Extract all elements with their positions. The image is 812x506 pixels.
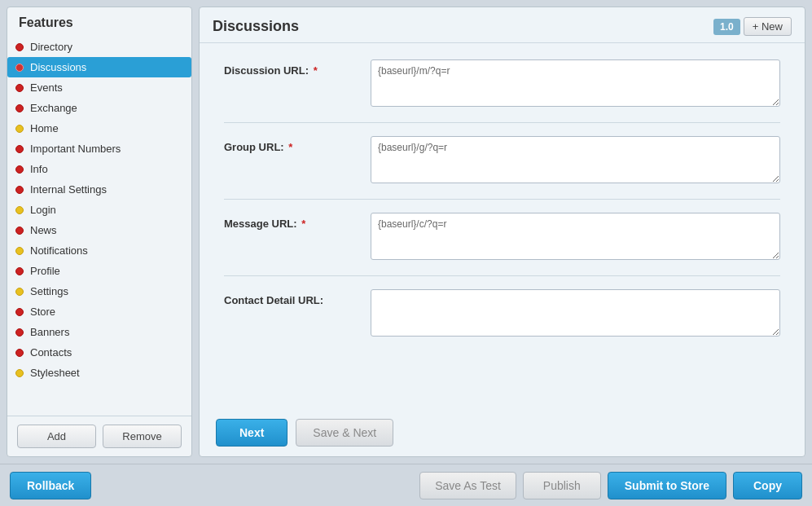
sidebar-item-banners[interactable]: Banners (7, 322, 191, 342)
sidebar-item-label: Home (30, 122, 59, 134)
status-dot (15, 288, 24, 296)
sidebar-item-discussions[interactable]: Discussions (7, 57, 191, 77)
status-dot (15, 206, 24, 214)
sidebar-item-notifications[interactable]: Notifications (7, 240, 191, 261)
sidebar-item-news[interactable]: News (7, 220, 191, 240)
status-dot (15, 125, 24, 133)
sidebar-item-stylesheet[interactable]: Stylesheet (7, 363, 191, 383)
sidebar-item-info[interactable]: Info (7, 159, 191, 179)
status-dot (15, 84, 24, 92)
sidebar-item-label: Events (30, 81, 63, 94)
sidebar-item-events[interactable]: Events (7, 77, 191, 98)
sidebar-item-label: Discussions (30, 61, 86, 73)
form-field (371, 59, 780, 109)
required-indicator: * (299, 218, 306, 230)
sidebar-item-profile[interactable]: Profile (7, 261, 191, 281)
next-button[interactable]: Next (216, 419, 287, 447)
remove-button[interactable]: Remove (103, 425, 182, 448)
sidebar-item-home[interactable]: Home (7, 118, 191, 139)
status-dot (15, 349, 24, 357)
add-button[interactable]: Add (17, 425, 96, 448)
url-input-2[interactable] (371, 213, 780, 260)
form-label: Message URL: * (224, 213, 371, 230)
status-dot (15, 328, 24, 337)
form-label: Contact Detail URL: (224, 289, 371, 306)
form-row: Group URL: * (224, 136, 780, 200)
status-dot (15, 308, 24, 316)
status-dot (15, 247, 24, 255)
content-header: Discussions 1.0 + New (200, 7, 805, 43)
version-badge: 1.0 (713, 19, 740, 35)
form-row: Contact Detail URL: (224, 289, 780, 352)
status-dot (15, 104, 24, 112)
sidebar-item-label: Important Numbers (30, 143, 121, 155)
status-dot (15, 186, 24, 194)
form-label: Discussion URL: * (224, 59, 371, 77)
sidebar-item-contacts[interactable]: Contacts (7, 342, 191, 363)
sidebar-item-label: Notifications (30, 244, 88, 257)
form-row: Message URL: * (224, 213, 780, 276)
sidebar-item-settings[interactable]: Settings (7, 281, 191, 301)
form-field (371, 289, 780, 339)
sidebar-item-important-numbers[interactable]: Important Numbers (7, 139, 191, 159)
status-dot (15, 145, 24, 153)
sidebar-item-label: Info (30, 163, 48, 175)
sidebar-title: Features (7, 7, 191, 37)
sidebar-item-label: Stylesheet (30, 367, 80, 379)
sidebar-item-label: Exchange (30, 102, 77, 114)
page-title: Discussions (213, 18, 299, 35)
rollback-button[interactable]: Rollback (10, 472, 91, 499)
sidebar-buttons: Add Remove (7, 416, 191, 456)
form-row: Discussion URL: * (224, 59, 780, 123)
sidebar: Features DirectoryDiscussionsEventsExcha… (7, 7, 192, 457)
status-dot (15, 64, 24, 72)
sidebar-item-label: Login (30, 204, 56, 216)
sidebar-item-label: Internal Settings (30, 183, 107, 196)
sidebar-item-label: Banners (30, 326, 69, 338)
sidebar-item-internal-settings[interactable]: Internal Settings (7, 179, 191, 200)
url-input-3[interactable] (371, 289, 780, 337)
sidebar-item-label: Profile (30, 265, 60, 277)
required-indicator: * (310, 64, 318, 77)
save-next-button[interactable]: Save & Next (296, 419, 393, 447)
content-footer: Next Save & Next (200, 409, 805, 456)
form-field (371, 213, 780, 262)
bottom-bar: Rollback Save As Test Publish Submit to … (0, 464, 812, 506)
status-dot (15, 43, 24, 51)
sidebar-item-label: Settings (30, 285, 68, 297)
status-dot (15, 267, 24, 275)
form-label: Group URL: * (224, 136, 371, 153)
status-dot (15, 369, 24, 377)
sidebar-item-label: Contacts (30, 346, 72, 359)
url-input-1[interactable] (371, 136, 780, 183)
sidebar-item-label: News (30, 224, 57, 236)
version-controls: 1.0 + New (713, 17, 792, 36)
status-dot (15, 165, 24, 174)
submit-button[interactable]: Submit to Store (608, 472, 726, 499)
url-input-0[interactable] (371, 59, 780, 107)
publish-button[interactable]: Publish (523, 472, 601, 499)
sidebar-item-label: Directory (30, 41, 72, 53)
sidebar-item-exchange[interactable]: Exchange (7, 98, 191, 118)
status-dot (15, 227, 24, 235)
sidebar-item-store[interactable]: Store (7, 301, 191, 322)
main-content: Discussions 1.0 + New Discussion URL: *G… (199, 7, 805, 457)
required-indicator: * (286, 141, 293, 153)
form-field (371, 136, 780, 186)
sidebar-item-login[interactable]: Login (7, 200, 191, 220)
sidebar-item-label: Store (30, 306, 55, 318)
new-button[interactable]: + New (744, 17, 792, 36)
save-test-button[interactable]: Save As Test (419, 472, 516, 499)
copy-button[interactable]: Copy (733, 472, 802, 499)
sidebar-item-directory[interactable]: Directory (7, 37, 191, 57)
content-body: Discussion URL: *Group URL: *Message URL… (200, 43, 805, 409)
sidebar-list: DirectoryDiscussionsEventsExchangeHomeIm… (7, 37, 191, 416)
